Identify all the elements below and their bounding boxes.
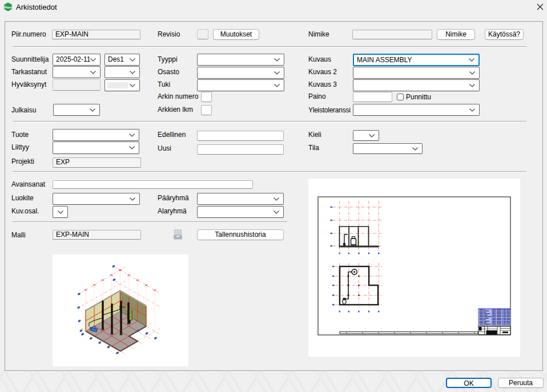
svg-text:Plant: Plant <box>4 6 12 9</box>
